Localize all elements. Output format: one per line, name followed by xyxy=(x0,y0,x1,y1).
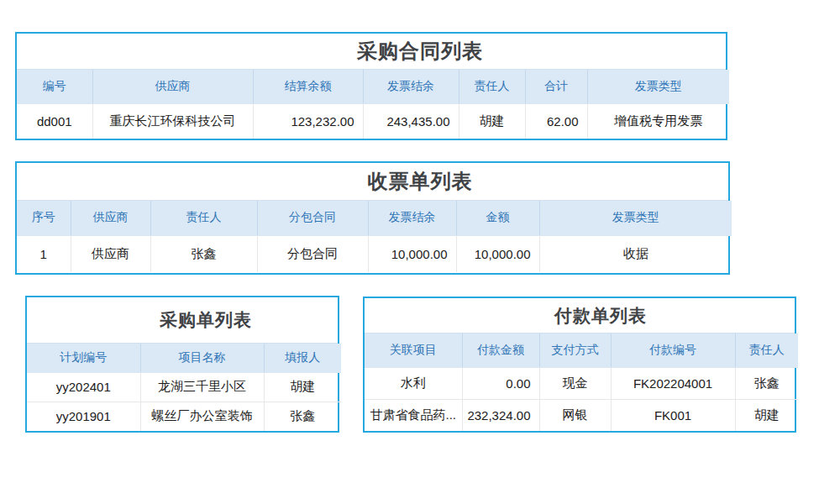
purchase-contract-title-band: 采购合同列表 xyxy=(17,34,726,70)
cell-payment-code: FK202204001 xyxy=(611,367,735,399)
cell-contract-code: dd001 xyxy=(17,103,92,139)
column-header: 合计 xyxy=(525,70,587,103)
column-header: 发票类型 xyxy=(539,201,732,235)
table-row: 甘肃省食品药... 232,324.00 网银 FK001 胡建 xyxy=(365,399,798,431)
column-header: 序号 xyxy=(17,201,71,235)
column-header: 责任人 xyxy=(735,333,798,367)
cell-project-name: 螺丝厂办公室装饰 xyxy=(140,402,264,431)
table-row: yy201901 螺丝厂办公室装饰 张鑫 xyxy=(27,402,341,431)
purchase-order-list-panel: 采购单列表 计划编号 项目名称 填报人 yy202401 龙湖三千里小区 胡建 … xyxy=(25,296,339,433)
cell-amount: 10,000.00 xyxy=(456,235,539,272)
column-header: 编号 xyxy=(17,70,92,103)
column-header: 供应商 xyxy=(92,70,253,103)
receipt-header-row: 序号 供应商 责任人 分包合同 发票结余 金额 发票类型 xyxy=(17,201,732,235)
cell-subcontract: 分包合同 xyxy=(257,235,368,272)
column-header: 发票类型 xyxy=(587,70,729,103)
column-header: 关联项目 xyxy=(365,333,462,367)
column-header: 责任人 xyxy=(150,201,257,235)
purchase-contract-title: 采购合同列表 xyxy=(357,38,483,65)
column-header: 付款编号 xyxy=(611,333,735,367)
column-header: 填报人 xyxy=(264,344,341,372)
cell-payment-method: 网银 xyxy=(539,399,611,431)
cell-seq-no: 1 xyxy=(17,235,71,272)
purchase-contract-list-panel: 采购合同列表 编号 供应商 结算余额 发票结余 责任人 合计 发票类型 dd00… xyxy=(15,32,727,140)
purchase-order-header-row: 计划编号 项目名称 填报人 xyxy=(27,344,341,372)
column-header: 发票结余 xyxy=(363,70,459,103)
cell-payment-amount: 0.00 xyxy=(462,367,539,399)
cell-payment-amount: 232,324.00 xyxy=(462,399,539,431)
column-header: 付款金额 xyxy=(462,333,539,367)
column-header: 计划编号 xyxy=(27,344,140,372)
receipt-list-panel: 收票单列表 序号 供应商 责任人 分包合同 发票结余 金额 发票类型 1 供应商 xyxy=(15,161,730,275)
payment-title: 付款单列表 xyxy=(554,304,647,328)
cell-plan-code: yy201901 xyxy=(27,402,140,431)
purchase-order-table: 计划编号 项目名称 填报人 yy202401 龙湖三千里小区 胡建 yy2019… xyxy=(27,344,341,431)
cell-responsible-person: 胡建 xyxy=(459,103,525,139)
cell-total: 62.00 xyxy=(525,103,587,139)
column-header: 供应商 xyxy=(71,201,150,235)
cell-related-project: 甘肃省食品药... xyxy=(365,399,462,431)
receipt-title: 收票单列表 xyxy=(368,168,473,195)
receipt-title-band: 收票单列表 xyxy=(17,163,728,201)
cell-invoice-type: 收据 xyxy=(539,235,732,272)
cell-plan-code: yy202401 xyxy=(27,372,140,402)
column-header: 结算余额 xyxy=(253,70,363,103)
table-row: 水利 0.00 现金 FK202204001 张鑫 xyxy=(365,367,798,399)
cell-supplier: 重庆长江环保科技公司 xyxy=(92,103,253,139)
cell-responsible-person: 张鑫 xyxy=(735,367,798,399)
cell-invoice-balance: 10,000.00 xyxy=(368,235,456,272)
purchase-contract-table: 编号 供应商 结算余额 发票结余 责任人 合计 发票类型 dd001 重庆长江环… xyxy=(17,70,729,139)
table-row: 1 供应商 张鑫 分包合同 10,000.00 10,000.00 收据 xyxy=(17,235,732,272)
cell-settlement-balance: 123,232.00 xyxy=(253,103,363,139)
purchase-order-title-band: 采购单列表 xyxy=(27,297,338,344)
column-header: 支付方式 xyxy=(539,333,611,367)
cell-related-project: 水利 xyxy=(365,367,462,399)
payment-table: 关联项目 付款金额 支付方式 付款编号 责任人 水利 0.00 现金 FK202… xyxy=(365,333,798,431)
cell-invoice-type: 增值税专用发票 xyxy=(587,103,729,139)
column-header: 责任人 xyxy=(459,70,525,103)
cell-payment-code: FK001 xyxy=(611,399,735,431)
column-header: 发票结余 xyxy=(368,201,456,235)
purchase-contract-header-row: 编号 供应商 结算余额 发票结余 责任人 合计 发票类型 xyxy=(17,70,729,103)
cell-supplier: 供应商 xyxy=(71,235,150,272)
column-header: 金额 xyxy=(456,201,539,235)
cell-responsible-person: 张鑫 xyxy=(150,235,257,272)
payment-header-row: 关联项目 付款金额 支付方式 付款编号 责任人 xyxy=(365,333,798,367)
payment-list-panel: 付款单列表 关联项目 付款金额 支付方式 付款编号 责任人 水利 0.00 现金… xyxy=(363,297,796,433)
cell-filled-by: 胡建 xyxy=(264,372,341,402)
cell-project-name: 龙湖三千里小区 xyxy=(140,372,264,402)
table-row: dd001 重庆长江环保科技公司 123,232.00 243,435.00 胡… xyxy=(17,103,729,139)
payment-title-band: 付款单列表 xyxy=(365,298,795,333)
receipt-table: 序号 供应商 责任人 分包合同 发票结余 金额 发票类型 1 供应商 张鑫 分包… xyxy=(17,201,732,272)
report-page: 采购合同列表 编号 供应商 结算余额 发票结余 责任人 合计 发票类型 dd00… xyxy=(0,0,840,504)
column-header: 项目名称 xyxy=(140,344,264,372)
cell-invoice-balance: 243,435.00 xyxy=(363,103,459,139)
table-row: yy202401 龙湖三千里小区 胡建 xyxy=(27,372,341,402)
column-header: 分包合同 xyxy=(257,201,368,235)
cell-payment-method: 现金 xyxy=(539,367,611,399)
cell-responsible-person: 胡建 xyxy=(735,399,798,431)
cell-filled-by: 张鑫 xyxy=(264,402,341,431)
purchase-order-title: 采购单列表 xyxy=(160,308,252,332)
